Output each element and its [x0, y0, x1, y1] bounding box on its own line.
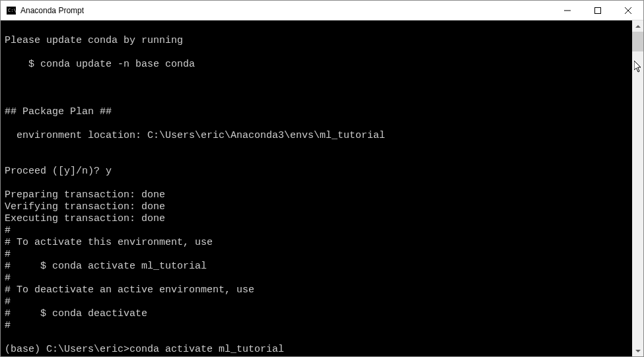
terminal-line: # — [5, 320, 11, 331]
terminal-line: # To deactivate an active environment, u… — [5, 284, 254, 296]
terminal-line: Proceed ([y]/n)? y — [5, 166, 112, 177]
terminal-line: (base) C:\Users\eric>conda activate ml_t… — [5, 344, 284, 355]
terminal-line: # — [5, 273, 11, 284]
window-titlebar: C:\ Anaconda Prompt — [1, 1, 643, 20]
terminal-line: Verifying transaction: done — [5, 201, 165, 212]
maximize-button[interactable] — [583, 1, 613, 20]
terminal-line: Please update conda by running — [5, 35, 183, 46]
minimize-button[interactable] — [552, 1, 583, 20]
scroll-down-arrow[interactable] — [632, 345, 643, 356]
window-title: Anaconda Prompt — [20, 6, 84, 15]
terminal-container: Please update conda by running $ conda u… — [1, 20, 643, 356]
scroll-thumb[interactable] — [632, 32, 643, 51]
terminal-line: # To activate this environment, use — [5, 237, 213, 248]
svg-rect-4 — [595, 7, 601, 13]
vertical-scrollbar[interactable] — [632, 20, 643, 356]
terminal-line: environment location: C:\Users\eric\Anac… — [5, 130, 385, 141]
svg-marker-7 — [635, 25, 641, 28]
terminal-line: # — [5, 296, 11, 308]
terminal-line: # — [5, 225, 11, 236]
terminal-icon: C:\ — [6, 5, 17, 16]
terminal-line: Preparing transaction: done — [5, 189, 165, 201]
terminal-line: # $ conda activate ml_tutorial — [5, 261, 207, 272]
terminal-output[interactable]: Please update conda by running $ conda u… — [1, 20, 632, 356]
terminal-line: # $ conda deactivate — [5, 308, 147, 319]
terminal-line: $ conda update -n base conda — [5, 59, 195, 70]
svg-text:C:\: C:\ — [8, 8, 16, 13]
terminal-line: Executing transaction: done — [5, 213, 165, 224]
close-button[interactable] — [613, 1, 643, 20]
terminal-line: ## Package Plan ## — [5, 106, 112, 117]
terminal-line: # — [5, 249, 11, 260]
scroll-up-arrow[interactable] — [632, 20, 643, 32]
svg-marker-8 — [635, 350, 641, 352]
